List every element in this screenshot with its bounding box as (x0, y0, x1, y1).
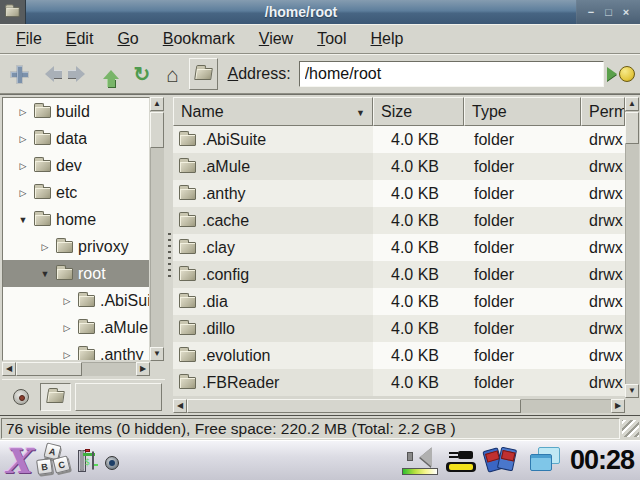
list-horizontal-scrollbar[interactable]: ◀ ▶ (173, 399, 625, 413)
resize-grip-icon[interactable] (622, 420, 639, 437)
tree-pane-button[interactable] (40, 383, 71, 411)
pane-splitter[interactable] (166, 97, 172, 412)
keyboard-icon[interactable]: A B C (36, 444, 72, 478)
scrollbar-thumb[interactable] (625, 112, 639, 144)
tree-expander-icon[interactable]: ▷ (17, 188, 29, 198)
tree-item[interactable]: ▼ root (3, 260, 149, 287)
tree-item[interactable]: ▼ home (3, 206, 149, 233)
folder-icon (34, 160, 51, 172)
statusbar: 76 visible items (0 hidden), Free space:… (0, 415, 640, 440)
places-pane-button[interactable] (5, 383, 36, 411)
address-input[interactable] (299, 61, 605, 87)
volume-applet[interactable] (402, 447, 438, 475)
scrollbar-thumb[interactable] (16, 362, 82, 376)
scroll-right-icon[interactable]: ▶ (611, 399, 625, 413)
open-folder-icon (46, 391, 65, 403)
tree-item[interactable]: ▷ dev (3, 152, 149, 179)
window-switcher-applet[interactable] (528, 447, 562, 475)
table-row[interactable]: .evolution 4.0 KB folder drwx (173, 342, 625, 369)
back-button[interactable] (36, 58, 65, 90)
table-row[interactable]: .anthy 4.0 KB folder drwx (173, 180, 625, 207)
clock[interactable]: 00:28 (570, 445, 636, 476)
terminal-task-button[interactable]: $ (78, 450, 86, 472)
tree-expander-icon[interactable]: ▷ (61, 323, 73, 333)
table-row[interactable]: .clay 4.0 KB folder drwx (173, 234, 625, 261)
refresh-icon: ↻ (133, 64, 150, 84)
menu-item[interactable]: Tool (305, 25, 358, 53)
tree-item[interactable]: ▷ privoxy (3, 233, 149, 260)
tree-item-label: build (56, 103, 90, 121)
table-row[interactable]: .AbiSuite 4.0 KB folder drwx (173, 126, 625, 153)
scroll-down-icon[interactable]: ▼ (625, 384, 639, 398)
file-size: 4.0 KB (373, 261, 464, 288)
scroll-up-icon[interactable]: ▲ (150, 97, 164, 111)
menu-item[interactable]: File (4, 25, 54, 53)
file-name: .dia (202, 293, 228, 311)
menu-item[interactable]: Bookmark (151, 25, 247, 53)
file-perm: drwx (581, 153, 625, 180)
menu-item[interactable]: Help (359, 25, 416, 53)
forward-button[interactable] (66, 58, 95, 90)
maximize-icon[interactable]: □ (605, 0, 612, 24)
refresh-button[interactable]: ↻ (128, 58, 157, 90)
memory-card-applet[interactable] (484, 446, 520, 476)
folder-icon (179, 296, 196, 308)
scroll-right-icon[interactable]: ▶ (136, 362, 150, 376)
x11-icon[interactable]: X (4, 444, 30, 478)
column-header-perm[interactable]: Perm (581, 97, 625, 126)
home-button[interactable]: ⌂ (158, 58, 187, 90)
side-pane-mode-bar (2, 379, 165, 413)
table-row[interactable]: .cache 4.0 KB folder drwx (173, 207, 625, 234)
table-row[interactable]: .aMule 4.0 KB folder drwx (173, 153, 625, 180)
file-type: folder (464, 207, 581, 234)
tree-expander-icon[interactable]: ▼ (39, 269, 51, 279)
menu-item[interactable]: View (247, 25, 305, 53)
file-name: .AbiSuite (202, 131, 266, 149)
tree-vertical-scrollbar[interactable]: ▲ ▼ (150, 97, 164, 361)
titlebar-drag-area[interactable]: /home/root (26, 0, 576, 24)
window-menu-button[interactable] (0, 0, 26, 24)
go-button[interactable] (606, 58, 635, 90)
tree-expander-icon[interactable]: ▷ (61, 296, 73, 306)
minimize-icon[interactable]: − (588, 0, 594, 24)
column-header-size[interactable]: Size (373, 97, 464, 126)
table-row[interactable]: .dillo 4.0 KB folder drwx (173, 315, 625, 342)
tree-item[interactable]: ▷ .aMule (3, 314, 149, 341)
file-perm: drwx (581, 369, 625, 396)
tree-expander-icon[interactable]: ▷ (61, 350, 73, 360)
tree-expander-icon[interactable]: ▼ (17, 215, 29, 225)
tree-item[interactable]: ▷ .anthy (3, 341, 149, 361)
scroll-left-icon[interactable]: ◀ (173, 399, 187, 413)
up-button[interactable] (97, 58, 126, 90)
file-perm: drwx (581, 234, 625, 261)
new-tab-button[interactable] (5, 58, 34, 90)
tree-expander-icon[interactable]: ▷ (17, 161, 29, 171)
column-header-type[interactable]: Type (464, 97, 581, 126)
file-name: .config (202, 266, 249, 284)
column-header-name[interactable]: Name ▼ (173, 97, 373, 126)
menu-item[interactable]: Edit (54, 25, 106, 53)
tree-expander-icon[interactable]: ▷ (17, 107, 29, 117)
scrollbar-thumb[interactable] (150, 112, 164, 148)
tree-expander-icon[interactable]: ▷ (39, 242, 51, 252)
file-type: folder (464, 369, 581, 396)
scroll-down-icon[interactable]: ▼ (150, 347, 164, 361)
arrow-right-icon (68, 66, 93, 82)
tree-item[interactable]: ▷ etc (3, 179, 149, 206)
menu-item[interactable]: Go (105, 25, 150, 53)
scroll-left-icon[interactable]: ◀ (2, 362, 16, 376)
tree-item[interactable]: ▷ .AbiSuite (3, 287, 149, 314)
scroll-up-icon[interactable]: ▲ (625, 97, 639, 111)
tree-item[interactable]: ▷ build (3, 98, 149, 125)
table-row[interactable]: .dia 4.0 KB folder drwx (173, 288, 625, 315)
tree-item[interactable]: ▷ data (3, 125, 149, 152)
table-row[interactable]: .config 4.0 KB folder drwx (173, 261, 625, 288)
tree-horizontal-scrollbar[interactable]: ◀ ▶ (2, 362, 150, 376)
list-vertical-scrollbar[interactable]: ▲ ▼ (625, 97, 639, 398)
close-icon[interactable]: × (623, 0, 629, 24)
table-row[interactable]: .FBReader 4.0 KB folder drwx (173, 369, 625, 396)
tree-expander-icon[interactable]: ▷ (17, 134, 29, 144)
scrollbar-thumb[interactable] (187, 399, 521, 413)
power-applet[interactable] (446, 450, 476, 472)
side-pane-toggle-button[interactable] (189, 58, 218, 90)
